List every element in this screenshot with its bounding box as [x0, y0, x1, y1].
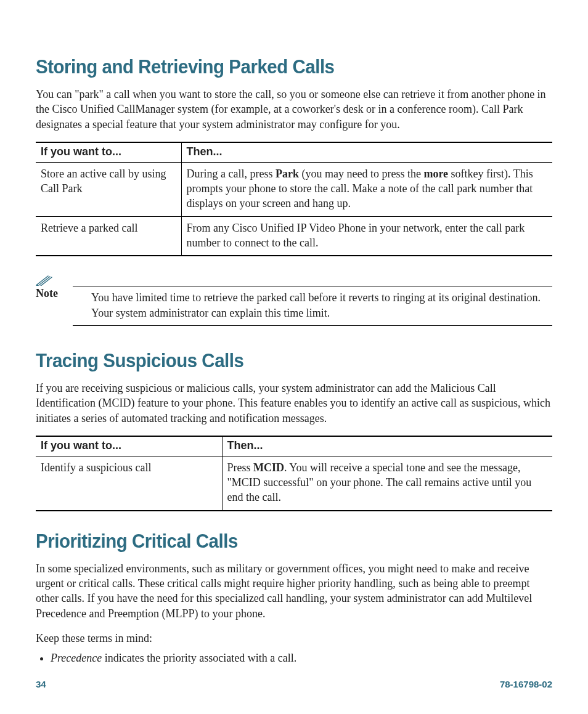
page-footer: 34 78-16798-02	[36, 679, 552, 689]
intro-prioritizing: In some specialized environments, such a…	[36, 561, 552, 621]
table-cell: Press MCID. You will receive a special t…	[222, 456, 552, 510]
table-parked-calls: If you want to... Then... Store an activ…	[36, 142, 552, 256]
table-cell: From any Cisco Unified IP Video Phone in…	[181, 216, 552, 256]
document-page: Storing and Retrieving Parked Calls You …	[0, 0, 588, 714]
table-header: Then...	[181, 142, 552, 163]
heading-parked-calls: Storing and Retrieving Parked Calls	[36, 55, 511, 78]
svg-line-2	[41, 277, 52, 286]
intro-parked-calls: You can "park" a call when you want to s…	[36, 87, 552, 132]
intro-tracing: If you are receiving suspicious or malic…	[36, 381, 552, 426]
table-cell: During a call, press Park (you may need …	[181, 162, 552, 216]
heading-tracing: Tracing Suspicious Calls	[36, 349, 511, 372]
table-row: Store an active call by using Call Park …	[36, 162, 552, 216]
note-text: You have limited time to retrieve the pa…	[73, 286, 552, 326]
table-header: Then...	[222, 436, 552, 456]
note-label: Note	[36, 287, 58, 299]
section-tracing: Tracing Suspicious Calls If you are rece…	[36, 349, 552, 511]
table-tracing: If you want to... Then... Identify a sus…	[36, 436, 552, 511]
note-block: Note You have limited time to retrieve t…	[36, 274, 552, 326]
note-label-column: Note	[36, 274, 73, 300]
table-header: If you want to...	[36, 142, 181, 163]
section-parked-calls: Storing and Retrieving Parked Calls You …	[36, 55, 552, 326]
pencil-icon	[36, 274, 53, 286]
page-number: 34	[36, 679, 46, 689]
table-cell: Store an active call by using Call Park	[36, 162, 181, 216]
svg-line-0	[37, 276, 48, 285]
keep-terms: Keep these terms in mind:	[36, 631, 552, 646]
table-cell: Retrieve a parked call	[36, 216, 181, 256]
table-cell: Identify a suspicious call	[36, 456, 222, 510]
terms-list: Precedence indicates the priority associ…	[51, 651, 552, 665]
table-row: Retrieve a parked call From any Cisco Un…	[36, 216, 552, 256]
table-row: Identify a suspicious call Press MCID. Y…	[36, 456, 552, 510]
heading-prioritizing: Prioritizing Critical Calls	[36, 530, 511, 553]
document-id: 78-16798-02	[500, 679, 552, 689]
section-prioritizing: Prioritizing Critical Calls In some spec…	[36, 530, 552, 666]
svg-line-1	[39, 277, 50, 285]
list-item: Precedence indicates the priority associ…	[51, 651, 552, 665]
table-header: If you want to...	[36, 436, 222, 456]
